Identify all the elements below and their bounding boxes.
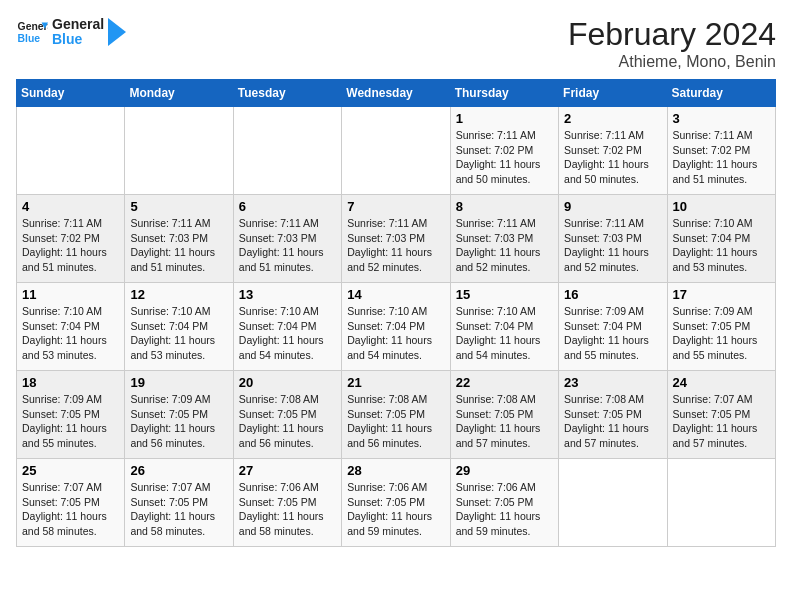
day-info: Sunrise: 7:10 AMSunset: 7:04 PMDaylight:… — [673, 217, 758, 273]
day-info: Sunrise: 7:11 AMSunset: 7:03 PMDaylight:… — [564, 217, 649, 273]
day-number: 27 — [239, 463, 336, 478]
calendar-cell: 24 Sunrise: 7:07 AMSunset: 7:05 PMDaylig… — [667, 371, 775, 459]
calendar-cell: 14 Sunrise: 7:10 AMSunset: 7:04 PMDaylig… — [342, 283, 450, 371]
day-number: 20 — [239, 375, 336, 390]
calendar-cell: 27 Sunrise: 7:06 AMSunset: 7:05 PMDaylig… — [233, 459, 341, 547]
calendar-cell: 26 Sunrise: 7:07 AMSunset: 7:05 PMDaylig… — [125, 459, 233, 547]
day-number: 17 — [673, 287, 770, 302]
logo-general: General — [52, 17, 104, 32]
weekday-header-tuesday: Tuesday — [233, 80, 341, 107]
calendar-cell: 10 Sunrise: 7:10 AMSunset: 7:04 PMDaylig… — [667, 195, 775, 283]
day-info: Sunrise: 7:08 AMSunset: 7:05 PMDaylight:… — [347, 393, 432, 449]
day-number: 29 — [456, 463, 553, 478]
calendar-header: SundayMondayTuesdayWednesdayThursdayFrid… — [17, 80, 776, 107]
day-number: 18 — [22, 375, 119, 390]
calendar-cell: 23 Sunrise: 7:08 AMSunset: 7:05 PMDaylig… — [559, 371, 667, 459]
logo-arrow-icon — [108, 18, 126, 46]
calendar-subtitle: Athieme, Mono, Benin — [568, 53, 776, 71]
day-info: Sunrise: 7:11 AMSunset: 7:02 PMDaylight:… — [22, 217, 107, 273]
day-number: 3 — [673, 111, 770, 126]
day-number: 6 — [239, 199, 336, 214]
weekday-header-saturday: Saturday — [667, 80, 775, 107]
day-number: 21 — [347, 375, 444, 390]
day-number: 10 — [673, 199, 770, 214]
calendar-cell — [125, 107, 233, 195]
calendar-cell: 12 Sunrise: 7:10 AMSunset: 7:04 PMDaylig… — [125, 283, 233, 371]
day-info: Sunrise: 7:07 AMSunset: 7:05 PMDaylight:… — [22, 481, 107, 537]
day-number: 4 — [22, 199, 119, 214]
calendar-cell: 22 Sunrise: 7:08 AMSunset: 7:05 PMDaylig… — [450, 371, 558, 459]
day-info: Sunrise: 7:11 AMSunset: 7:03 PMDaylight:… — [130, 217, 215, 273]
calendar-cell: 11 Sunrise: 7:10 AMSunset: 7:04 PMDaylig… — [17, 283, 125, 371]
calendar-title: February 2024 — [568, 16, 776, 53]
day-info: Sunrise: 7:10 AMSunset: 7:04 PMDaylight:… — [22, 305, 107, 361]
day-info: Sunrise: 7:07 AMSunset: 7:05 PMDaylight:… — [673, 393, 758, 449]
day-info: Sunrise: 7:11 AMSunset: 7:03 PMDaylight:… — [239, 217, 324, 273]
day-number: 11 — [22, 287, 119, 302]
day-info: Sunrise: 7:10 AMSunset: 7:04 PMDaylight:… — [456, 305, 541, 361]
weekday-header-row: SundayMondayTuesdayWednesdayThursdayFrid… — [17, 80, 776, 107]
day-info: Sunrise: 7:09 AMSunset: 7:04 PMDaylight:… — [564, 305, 649, 361]
day-info: Sunrise: 7:07 AMSunset: 7:05 PMDaylight:… — [130, 481, 215, 537]
calendar-cell — [342, 107, 450, 195]
weekday-header-monday: Monday — [125, 80, 233, 107]
day-info: Sunrise: 7:06 AMSunset: 7:05 PMDaylight:… — [456, 481, 541, 537]
day-info: Sunrise: 7:10 AMSunset: 7:04 PMDaylight:… — [239, 305, 324, 361]
calendar-cell — [559, 459, 667, 547]
day-info: Sunrise: 7:11 AMSunset: 7:03 PMDaylight:… — [347, 217, 432, 273]
calendar-cell: 1 Sunrise: 7:11 AMSunset: 7:02 PMDayligh… — [450, 107, 558, 195]
day-info: Sunrise: 7:11 AMSunset: 7:02 PMDaylight:… — [564, 129, 649, 185]
day-number: 19 — [130, 375, 227, 390]
calendar-week-1: 1 Sunrise: 7:11 AMSunset: 7:02 PMDayligh… — [17, 107, 776, 195]
day-number: 2 — [564, 111, 661, 126]
day-info: Sunrise: 7:08 AMSunset: 7:05 PMDaylight:… — [564, 393, 649, 449]
calendar-cell: 19 Sunrise: 7:09 AMSunset: 7:05 PMDaylig… — [125, 371, 233, 459]
day-info: Sunrise: 7:08 AMSunset: 7:05 PMDaylight:… — [239, 393, 324, 449]
calendar-cell: 18 Sunrise: 7:09 AMSunset: 7:05 PMDaylig… — [17, 371, 125, 459]
header: General Blue General Blue February 2024 … — [16, 16, 776, 71]
svg-text:Blue: Blue — [18, 33, 41, 44]
calendar-cell: 21 Sunrise: 7:08 AMSunset: 7:05 PMDaylig… — [342, 371, 450, 459]
day-number: 23 — [564, 375, 661, 390]
weekday-header-friday: Friday — [559, 80, 667, 107]
day-number: 24 — [673, 375, 770, 390]
day-number: 13 — [239, 287, 336, 302]
day-info: Sunrise: 7:09 AMSunset: 7:05 PMDaylight:… — [673, 305, 758, 361]
calendar-cell: 17 Sunrise: 7:09 AMSunset: 7:05 PMDaylig… — [667, 283, 775, 371]
day-number: 26 — [130, 463, 227, 478]
logo-icon: General Blue — [16, 16, 48, 48]
day-number: 5 — [130, 199, 227, 214]
day-info: Sunrise: 7:11 AMSunset: 7:03 PMDaylight:… — [456, 217, 541, 273]
day-number: 8 — [456, 199, 553, 214]
calendar-cell: 8 Sunrise: 7:11 AMSunset: 7:03 PMDayligh… — [450, 195, 558, 283]
calendar-cell: 2 Sunrise: 7:11 AMSunset: 7:02 PMDayligh… — [559, 107, 667, 195]
logo-blue: Blue — [52, 32, 104, 47]
calendar-cell — [17, 107, 125, 195]
day-info: Sunrise: 7:06 AMSunset: 7:05 PMDaylight:… — [239, 481, 324, 537]
calendar-cell: 9 Sunrise: 7:11 AMSunset: 7:03 PMDayligh… — [559, 195, 667, 283]
weekday-header-sunday: Sunday — [17, 80, 125, 107]
calendar-body: 1 Sunrise: 7:11 AMSunset: 7:02 PMDayligh… — [17, 107, 776, 547]
calendar-cell: 6 Sunrise: 7:11 AMSunset: 7:03 PMDayligh… — [233, 195, 341, 283]
weekday-header-wednesday: Wednesday — [342, 80, 450, 107]
day-info: Sunrise: 7:11 AMSunset: 7:02 PMDaylight:… — [673, 129, 758, 185]
calendar-cell: 20 Sunrise: 7:08 AMSunset: 7:05 PMDaylig… — [233, 371, 341, 459]
calendar-week-5: 25 Sunrise: 7:07 AMSunset: 7:05 PMDaylig… — [17, 459, 776, 547]
day-number: 15 — [456, 287, 553, 302]
calendar-week-2: 4 Sunrise: 7:11 AMSunset: 7:02 PMDayligh… — [17, 195, 776, 283]
day-info: Sunrise: 7:10 AMSunset: 7:04 PMDaylight:… — [347, 305, 432, 361]
day-number: 14 — [347, 287, 444, 302]
day-info: Sunrise: 7:10 AMSunset: 7:04 PMDaylight:… — [130, 305, 215, 361]
svg-marker-3 — [108, 18, 126, 46]
calendar-cell: 7 Sunrise: 7:11 AMSunset: 7:03 PMDayligh… — [342, 195, 450, 283]
title-area: February 2024 Athieme, Mono, Benin — [568, 16, 776, 71]
day-info: Sunrise: 7:09 AMSunset: 7:05 PMDaylight:… — [130, 393, 215, 449]
calendar-cell: 15 Sunrise: 7:10 AMSunset: 7:04 PMDaylig… — [450, 283, 558, 371]
day-number: 12 — [130, 287, 227, 302]
calendar-cell: 25 Sunrise: 7:07 AMSunset: 7:05 PMDaylig… — [17, 459, 125, 547]
calendar-cell — [667, 459, 775, 547]
calendar-cell: 16 Sunrise: 7:09 AMSunset: 7:04 PMDaylig… — [559, 283, 667, 371]
calendar-table: SundayMondayTuesdayWednesdayThursdayFrid… — [16, 79, 776, 547]
day-number: 28 — [347, 463, 444, 478]
calendar-cell: 5 Sunrise: 7:11 AMSunset: 7:03 PMDayligh… — [125, 195, 233, 283]
